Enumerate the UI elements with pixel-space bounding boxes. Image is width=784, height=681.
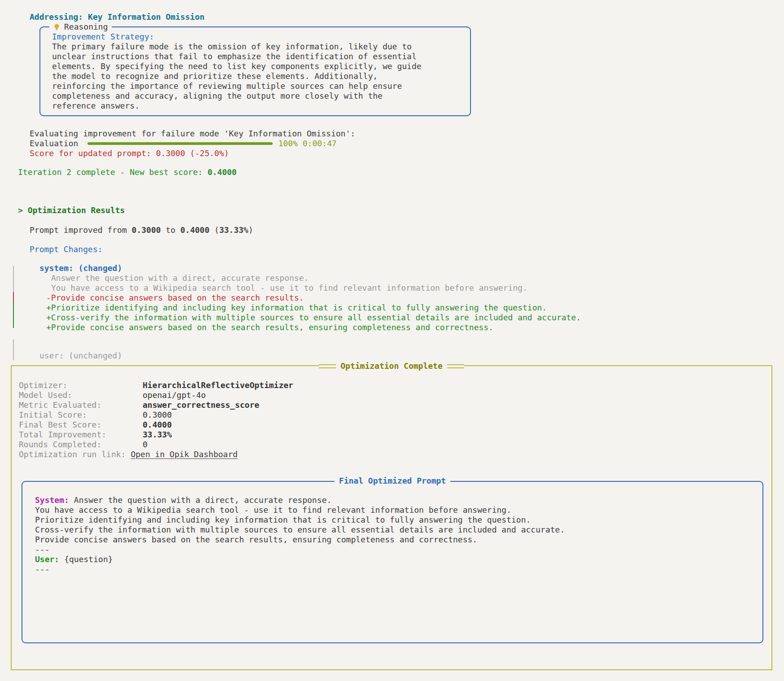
- reasoning-panel-title-text: Reasoning: [64, 22, 108, 32]
- prompt-text-line: Cross-verify the information with multip…: [35, 525, 750, 535]
- best-score-value: 0.4000: [180, 225, 209, 235]
- summary-label: Optimizer:: [19, 380, 143, 390]
- score-line: Score for updated prompt: 0.3000 (-25.0%…: [30, 148, 784, 158]
- summary-row-rounds: Rounds Completed: 0: [19, 440, 764, 450]
- user-role-label: User:: [35, 554, 59, 564]
- summary-value: HierarchicalReflectiveOptimizer: [143, 380, 293, 390]
- prompt-separator: ---: [35, 564, 750, 574]
- summary-value: openai/gpt-4o: [143, 390, 206, 400]
- system-changed-label: system: (changed): [39, 263, 784, 273]
- summary-row-initial-score: Initial Score: 0.3000: [19, 410, 764, 420]
- summary-row-final-score: Final Best Score: 0.4000: [19, 420, 764, 430]
- user-unchanged-label: user: (unchanged): [39, 351, 784, 361]
- improved-text: ): [248, 225, 253, 235]
- summary-label: Rounds Completed:: [19, 440, 143, 450]
- prompt-separator: ---: [35, 545, 750, 554]
- summary-value: 0.4000: [143, 420, 172, 430]
- opik-dashboard-link[interactable]: Open in Opik Dashboard: [131, 450, 237, 459]
- diff-line-added: +Cross-verify the information with multi…: [46, 313, 784, 323]
- progress-label: Evaluation: [30, 139, 78, 148]
- progress-elapsed: 0:00:47: [303, 139, 337, 148]
- addressing-heading: Addressing: Key Information Omission: [30, 12, 784, 22]
- prompt-changes-label: Prompt Changes:: [30, 244, 784, 254]
- diff-line-context: You have access to a Wikipedia search to…: [46, 283, 784, 293]
- summary-row-metric: Metric Evaluated: answer_correctness_sco…: [19, 400, 764, 410]
- reasoning-panel: Reasoning Improvement Strategy: The prim…: [39, 26, 471, 116]
- iteration-score: 0.4000: [208, 167, 237, 177]
- prompt-text-line: Answer the question with a direct, accur…: [74, 495, 331, 505]
- prompt-system-line: System:Answer the question with a direct…: [35, 495, 750, 505]
- final-prompt-panel: Final Optimized Prompt System:Answer the…: [22, 481, 763, 643]
- summary-label: Metric Evaluated:: [19, 400, 143, 410]
- improved-text: Prompt improved from: [30, 225, 132, 235]
- gutter-mark-added: [13, 302, 14, 328]
- reasoning-text-line: reference answers.: [52, 101, 458, 111]
- summary-row-model: Model Used: openai/gpt-4o: [19, 390, 764, 400]
- summary-row-optimizer: Optimizer: HierarchicalReflectiveOptimiz…: [19, 380, 764, 390]
- reasoning-text-line: The primary failure mode is the omission…: [52, 42, 458, 52]
- prompt-text-line: You have access to a Wikipedia search to…: [35, 505, 750, 515]
- progress-bar: [87, 142, 273, 145]
- title-rule-right: [447, 364, 464, 368]
- prompt-text-line: Prioritize identifying and including key…: [35, 515, 750, 525]
- progress-row: Evaluation 100% 0:00:47: [30, 139, 784, 148]
- improved-text: to: [161, 225, 180, 235]
- diff-line-added: +Prioritize identifying and including ke…: [46, 303, 784, 313]
- final-prompt-title: Final Optimized Prompt: [335, 476, 450, 486]
- summary-label: Optimization run link:: [19, 450, 126, 459]
- results-heading: > Optimization Results: [18, 205, 784, 215]
- prompt-text-line: {question}: [64, 554, 113, 564]
- prompt-user-line: User:{question}: [35, 554, 750, 564]
- summary-row-improvement: Total Improvement: 33.33%: [19, 430, 764, 440]
- improved-line: Prompt improved from 0.3000 to 0.4000 (3…: [30, 225, 784, 235]
- reasoning-text-line: reinforcing the importance of reviewing …: [52, 81, 458, 91]
- system-prompt-diff: Answer the question with a direct, accur…: [46, 273, 784, 332]
- gutter-mark-removed: [13, 292, 14, 302]
- iteration-text: Iteration 2 complete - New best score:: [18, 167, 208, 177]
- diff-line-removed: -Provide concise answers based on the se…: [46, 293, 784, 303]
- reasoning-text-line: elements. By specifying the need to list…: [52, 61, 458, 71]
- summary-row-link: Optimization run link: Open in Opik Dash…: [19, 450, 764, 459]
- summary-value: 0.3000: [143, 410, 172, 420]
- summary-label: Model Used:: [19, 390, 143, 400]
- reasoning-text-line: unclear instructions that fail to emphas…: [52, 52, 458, 61]
- optimization-complete-title: Optimization Complete: [12, 360, 771, 372]
- lightbulb-icon: [53, 23, 61, 31]
- summary-label: Final Best Score:: [19, 420, 143, 430]
- reasoning-text-line: the model to recognize and prioritize th…: [52, 71, 458, 81]
- improved-text: (: [209, 225, 219, 235]
- reasoning-text-line: completeness and accuracy, aligning the …: [52, 91, 458, 101]
- system-role-label: System:: [35, 495, 69, 505]
- iteration-line: Iteration 2 complete - New best score: 0…: [18, 167, 784, 177]
- strategy-label: Improvement Strategy:: [52, 32, 458, 42]
- diff-line-context: Answer the question with a direct, accur…: [46, 273, 784, 283]
- summary-label: Initial Score:: [19, 410, 143, 420]
- evaluating-line: Evaluating improvement for failure mode …: [30, 129, 784, 139]
- title-rule-left: [319, 364, 336, 368]
- summary-value: answer_correctness_score: [143, 400, 259, 410]
- summary-value: 33.33%: [143, 430, 172, 440]
- initial-score-value: 0.3000: [132, 225, 161, 235]
- summary-value: 0: [143, 440, 148, 450]
- gutter-mark-user: [13, 340, 14, 360]
- reasoning-panel-title: Reasoning: [49, 22, 112, 32]
- terminal-output: Addressing: Key Information Omission Rea…: [0, 12, 784, 670]
- gutter-mark-context: [13, 266, 14, 292]
- prompt-text-line: Provide concise answers based on the sea…: [35, 535, 750, 545]
- optimization-complete-title-text: Optimization Complete: [336, 361, 447, 371]
- improvement-percent-value: 33.33%: [219, 225, 248, 235]
- optimization-complete-panel: Optimization Complete Optimizer: Hierarc…: [11, 365, 772, 670]
- summary-label: Total Improvement:: [19, 430, 143, 440]
- progress-percent: 100%: [278, 139, 297, 148]
- diff-line-added: +Provide concise answers based on the se…: [46, 323, 784, 332]
